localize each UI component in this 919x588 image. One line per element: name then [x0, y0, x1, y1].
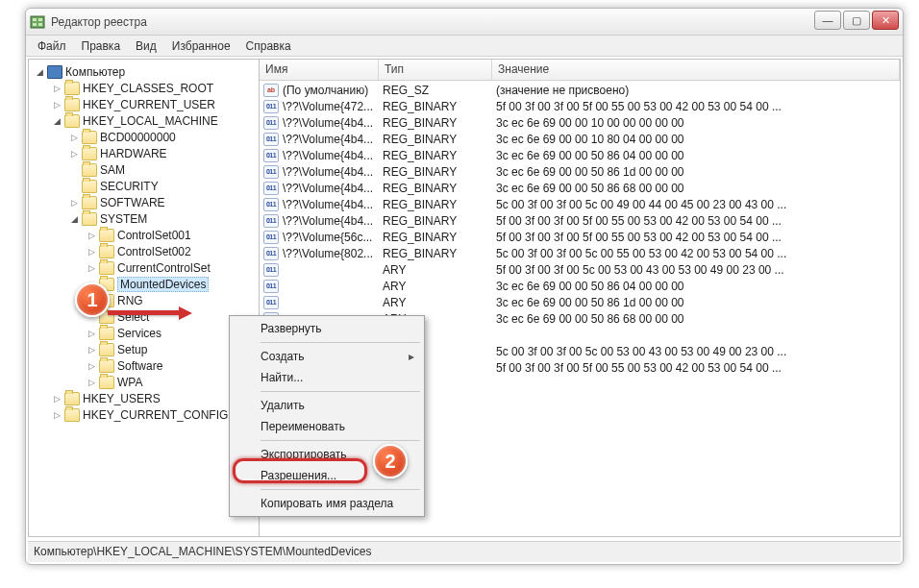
tree-label[interactable]: SECURITY: [100, 180, 159, 193]
close-button[interactable]: ✕: [872, 11, 899, 30]
tree-label[interactable]: HKEY_CURRENT_CONFIG: [83, 408, 228, 422]
maximize-button[interactable]: ▢: [843, 11, 870, 30]
list-row[interactable]: ARY5f 00 3f 00 3f 00 5c 00 53 00 43 00 5…: [260, 261, 900, 278]
expand-icon[interactable]: [87, 344, 97, 355]
titlebar[interactable]: Редактор реестра — ▢ ✕: [26, 9, 903, 36]
expand-icon[interactable]: [87, 230, 97, 240]
tree-label[interactable]: CurrentControlSet: [117, 261, 211, 275]
tree-label[interactable]: ControlSet001: [117, 229, 191, 242]
tree-node[interactable]: WPA: [31, 374, 257, 390]
tree-node[interactable]: SYSTEM: [31, 210, 257, 227]
tree-node[interactable]: HARDWARE: [31, 145, 257, 161]
tree-node[interactable]: ControlSet001: [31, 227, 257, 243]
tree-pane[interactable]: КомпьютерHKEY_CLASSES_ROOTHKEY_CURRENT_U…: [29, 60, 260, 536]
list-row[interactable]: \??\Volume{4b4...REG_BINARY3c ec 6e 69 0…: [260, 180, 900, 196]
tree-label[interactable]: Компьютер: [65, 65, 125, 79]
tree-label[interactable]: HARDWARE: [100, 147, 167, 160]
menu-file[interactable]: Файл: [30, 37, 74, 56]
expand-icon[interactable]: [35, 66, 45, 77]
tree-label[interactable]: Setup: [117, 343, 147, 356]
minimize-button[interactable]: —: [814, 11, 841, 30]
tree-label[interactable]: Software: [117, 359, 162, 373]
list-row[interactable]: \??\Volume{56c...REG_BINARY5f 00 3f 00 3…: [260, 229, 900, 245]
expand-icon[interactable]: [87, 262, 97, 273]
expand-icon[interactable]: [52, 409, 62, 420]
menu-edit[interactable]: Правка: [74, 37, 129, 56]
expand-icon[interactable]: [69, 164, 80, 175]
tree-node[interactable]: Software: [31, 357, 257, 374]
expand-icon[interactable]: [69, 197, 80, 208]
menu-item[interactable]: Найти...: [232, 367, 422, 388]
tree-node[interactable]: Компьютер: [31, 63, 257, 80]
expand-icon[interactable]: [87, 246, 97, 257]
tree-node[interactable]: Setup: [31, 341, 257, 357]
expand-icon[interactable]: [69, 181, 80, 191]
tree-label[interactable]: SOFTWARE: [100, 196, 165, 209]
tree-label[interactable]: MountedDevices: [117, 277, 209, 292]
col-type[interactable]: Тип: [379, 60, 492, 80]
expand-icon[interactable]: [52, 99, 62, 110]
list-row[interactable]: \??\Volume{4b4...REG_BINARY3c ec 6e 69 0…: [260, 147, 900, 163]
tree-label[interactable]: HKEY_CLASSES_ROOT: [83, 82, 213, 95]
value-type: REG_BINARY: [383, 116, 496, 130]
menu-item[interactable]: Создать: [232, 346, 422, 367]
menu-item[interactable]: Развернуть: [232, 318, 422, 339]
expand-icon[interactable]: [69, 132, 80, 142]
list-row[interactable]: (По умолчанию)REG_SZ(значение не присвое…: [260, 82, 900, 98]
tree-node[interactable]: ControlSet002: [31, 243, 257, 259]
tree-label[interactable]: HKEY_CURRENT_USER: [83, 98, 215, 111]
menu-help[interactable]: Справка: [238, 37, 299, 56]
tree-node[interactable]: MountedDevices: [31, 276, 257, 292]
list-row[interactable]: \??\Volume{472...REG_BINARY5f 00 3f 00 3…: [260, 98, 900, 114]
expand-icon[interactable]: [52, 393, 62, 404]
expand-icon[interactable]: [69, 148, 80, 159]
folder-icon: [82, 196, 97, 209]
list-row[interactable]: \??\Volume{802...REG_BINARY5c 00 3f 00 3…: [260, 245, 900, 261]
expand-icon[interactable]: [52, 115, 62, 126]
list-row[interactable]: \??\Volume{4b4...REG_BINARY3c ec 6e 69 0…: [260, 114, 900, 131]
col-value[interactable]: Значение: [492, 60, 900, 80]
tree-label[interactable]: HKEY_USERS: [83, 392, 161, 405]
list-row[interactable]: \??\Volume{4b4...REG_BINARY5c 00 3f 00 3…: [260, 196, 900, 212]
menu-favorites[interactable]: Избранное: [164, 37, 238, 56]
tree-label[interactable]: SYSTEM: [100, 212, 147, 226]
tree-node[interactable]: HKEY_CURRENT_CONFIG: [31, 406, 257, 423]
tree-node[interactable]: HKEY_USERS: [31, 390, 257, 406]
list-row[interactable]: ARY3c ec 6e 69 00 00 50 86 1d 00 00 00: [260, 294, 900, 310]
menu-view[interactable]: Вид: [128, 37, 164, 56]
menu-item[interactable]: Удалить: [232, 395, 422, 416]
tree-node[interactable]: SOFTWARE: [31, 194, 257, 210]
expand-icon[interactable]: [52, 83, 62, 93]
menu-separator: [261, 391, 420, 392]
expand-icon[interactable]: [87, 377, 97, 387]
col-name[interactable]: Имя: [260, 60, 379, 80]
tree-label[interactable]: SAM: [100, 163, 125, 177]
expand-icon[interactable]: [87, 360, 97, 371]
tree-node[interactable]: RNG: [31, 292, 257, 308]
list-row[interactable]: \??\Volume{4b4...REG_BINARY3c ec 6e 69 0…: [260, 163, 900, 180]
binary-icon: [263, 133, 279, 146]
expand-icon[interactable]: [69, 213, 80, 224]
folder-icon: [82, 131, 97, 144]
tree-node[interactable]: SAM: [31, 161, 257, 178]
tree-label[interactable]: BCD00000000: [100, 131, 176, 144]
arrow-1: [108, 310, 181, 315]
tree-node[interactable]: HKEY_CURRENT_USER: [31, 96, 257, 112]
tree-node[interactable]: HKEY_CLASSES_ROOT: [31, 80, 257, 96]
tree-label[interactable]: WPA: [117, 376, 142, 389]
tree-label[interactable]: HKEY_LOCAL_MACHINE: [83, 114, 218, 128]
tree-label[interactable]: Services: [117, 327, 161, 340]
menu-item[interactable]: Копировать имя раздела: [232, 493, 422, 514]
tree-node[interactable]: CurrentControlSet: [31, 259, 257, 276]
expand-icon[interactable]: [87, 328, 97, 338]
list-row[interactable]: \??\Volume{4b4...REG_BINARY3c ec 6e 69 0…: [260, 131, 900, 147]
tree-node[interactable]: HKEY_LOCAL_MACHINE: [31, 112, 257, 129]
list-row[interactable]: \??\Volume{4b4...REG_BINARY5f 00 3f 00 3…: [260, 212, 900, 229]
tree-label[interactable]: ControlSet002: [117, 245, 191, 258]
tree-label[interactable]: RNG: [117, 294, 143, 307]
tree-node[interactable]: Services: [31, 325, 257, 341]
menu-item[interactable]: Переименовать: [232, 416, 422, 437]
tree-node[interactable]: BCD00000000: [31, 129, 257, 145]
list-row[interactable]: ARY3c ec 6e 69 00 00 50 86 04 00 00 00: [260, 278, 900, 294]
tree-node[interactable]: SECURITY: [31, 178, 257, 194]
